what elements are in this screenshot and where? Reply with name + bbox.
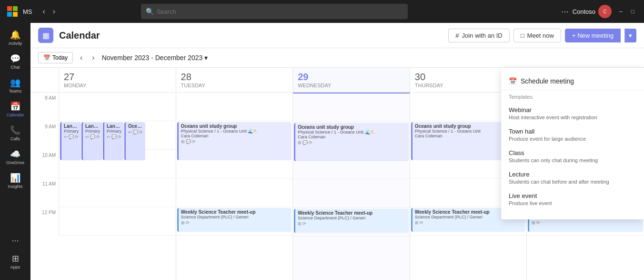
day-header-tue: 28 Tuesday [176, 68, 293, 92]
event-title: Weekly Science Teacher meet-up [298, 210, 406, 216]
wed-8am-row [293, 93, 410, 122]
event-detail: Primary [107, 129, 121, 134]
event-icons: ↩ 💬 ⟳ [107, 135, 121, 139]
mon-lang2-event[interactable]: Language Arts 🟥 Primary ↩ 💬 ⟳ [81, 122, 102, 160]
wed-11am-row [293, 179, 410, 208]
search-icon: 🔍 [146, 8, 154, 15]
sidebar-label-onedrive: OneDrive [6, 160, 24, 165]
template-class[interactable]: Class Students can only chat during meet… [509, 145, 636, 167]
video-icon: □ [521, 32, 524, 39]
next-week-btn[interactable]: › [90, 52, 97, 63]
chat-icon[interactable]: 💬 [186, 139, 191, 144]
event-detail: Physical Science / 1 - Oceans Unit 🌊⛅ [298, 130, 406, 135]
event-detail: Science Department (PLC) / Generi [298, 216, 406, 220]
wed-weekly-event[interactable]: Weekly Science Teacher meet-up Science D… [294, 209, 409, 233]
dropdown-templates-section: Templates Webinar Host interactive event… [501, 90, 644, 214]
more-icon[interactable]: ⟳ [309, 140, 312, 145]
today-btn[interactable]: 📅 Today [38, 52, 73, 63]
search-bar: 🔍 [141, 4, 408, 19]
sidebar-item-apps[interactable]: ⊞ Apps [3, 250, 28, 272]
sidebar-item-calendar[interactable]: 📅 Calendar [3, 98, 28, 120]
minimize-btn[interactable]: – [615, 6, 626, 17]
schedule-meeting-dropdown: 📅 Schedule meeting Templates Webinar Hos… [501, 68, 644, 219]
event-person: Cara Coleman [181, 134, 290, 138]
template-townhall[interactable]: Town hall Produce event for large audien… [509, 124, 636, 145]
tue-oceans-event[interactable]: Oceans unit study group Physical Science… [177, 122, 292, 160]
meet-now-btn[interactable]: □ Meet now [513, 29, 561, 42]
join-icon[interactable]: ↩ [85, 135, 89, 139]
join-icon[interactable]: ↩ [107, 135, 111, 139]
edit-icon[interactable]: ⊞ [298, 221, 302, 226]
sidebar-label-chat: Chat [10, 65, 20, 70]
sidebar-item-teams[interactable]: 👥 Teams [3, 74, 28, 96]
onedrive-icon: ☁️ [10, 149, 20, 159]
sidebar-item-more[interactable]: ··· [3, 233, 28, 249]
svg-rect-2 [7, 12, 12, 17]
edit-icon[interactable]: ⊞ [181, 220, 185, 225]
event-title: Language Arts 🟥 [107, 124, 121, 129]
more-icon[interactable]: ⟳ [118, 135, 121, 139]
more-icon[interactable]: ⟳ [96, 135, 100, 139]
calendar-app-icon: ▦ [38, 28, 53, 43]
edit-icon[interactable]: ⊞ [181, 139, 185, 144]
forward-btn[interactable]: › [50, 5, 58, 18]
calendar-area: ▦ Calendar # Join with an ID □ Meet now … [30, 23, 644, 280]
chat-icon[interactable]: 💬 [69, 135, 74, 139]
templates-label: Templates [509, 94, 636, 100]
more-icon[interactable]: ⟳ [302, 221, 306, 226]
chat-icon[interactable]: 💬 [133, 130, 138, 135]
sidebar-item-calls[interactable]: 📞 Calls [3, 122, 28, 144]
back-btn[interactable]: ‹ [40, 5, 48, 18]
wed-oceans-event[interactable]: Oceans unit study group Physical Science… [294, 123, 409, 161]
more-icon[interactable]: ⟳ [75, 135, 79, 139]
template-liveevent[interactable]: Live event Produce live event [509, 188, 636, 210]
more-icon[interactable]: ⟳ [536, 220, 540, 225]
sidebar-item-onedrive[interactable]: ☁️ OneDrive [3, 146, 28, 168]
apps-icon: ⊞ [12, 253, 19, 264]
chat-icon[interactable]: 💬 [302, 140, 308, 145]
date-range[interactable]: November 2023 - December 2023 ▾ [102, 54, 208, 62]
template-webinar[interactable]: Webinar Host interactive event with regi… [509, 103, 636, 124]
more-icon[interactable]: ⟳ [186, 220, 190, 225]
user-area[interactable]: Contoso C [573, 5, 612, 18]
calendar-icon: 📅 [10, 101, 20, 112]
edit-icon[interactable]: ⊞ [415, 220, 419, 225]
sidebar-item-chat[interactable]: 💬 Chat [3, 51, 28, 73]
event-detail: Physical Science / 1 - Oceans Unit 🌊⛅ [181, 129, 290, 134]
event-icons: ⊞ 💬 ⟳ [181, 139, 290, 144]
template-lecture[interactable]: Lecture Students can chat before and aft… [509, 167, 636, 188]
event-detail: Primary [85, 129, 100, 134]
calendar-nav: 📅 Today ‹ › November 2023 - December 202… [30, 48, 644, 68]
new-meeting-dropdown-btn[interactable]: ▾ [624, 29, 636, 42]
sidebar-item-insights[interactable]: 📊 Insights [3, 170, 28, 192]
prev-week-btn[interactable]: ‹ [78, 52, 85, 63]
mon-lang3-event[interactable]: Language Arts 🟥 Primary ↩ 💬 ⟳ [103, 122, 124, 160]
lecture-title: Lecture [509, 171, 636, 178]
edit-icon[interactable]: ⊞ [532, 220, 535, 225]
mon-12pm-row [59, 207, 176, 236]
chat-icon[interactable]: 💬 [90, 135, 95, 139]
edit-icon[interactable]: ⊞ [298, 140, 302, 145]
more-icon[interactable]: ⟳ [139, 130, 143, 135]
more-icon[interactable]: ⟳ [192, 139, 196, 144]
insights-icon: 📊 [10, 173, 20, 183]
calendar-small-icon: 📅 [43, 54, 50, 61]
more-options-btn[interactable]: ··· [562, 7, 569, 17]
mon-oceans-event[interactable]: Oceans unit Physical ↩ 💬 ⟳ [124, 122, 145, 160]
schedule-icon: 📅 [509, 77, 517, 85]
chat-icon[interactable]: 💬 [111, 135, 117, 139]
join-icon[interactable]: ↩ [128, 130, 132, 135]
mon-lang1-event[interactable]: Language Arts 🟥 Primary ↩ 💬 ⟳ [60, 122, 81, 160]
svg-rect-1 [13, 6, 18, 11]
maximize-btn[interactable]: □ [627, 6, 638, 17]
join-with-id-btn[interactable]: # Join with an ID [448, 29, 510, 42]
tue-weekly-event[interactable]: Weekly Science Teacher meet-up Science D… [177, 208, 292, 232]
event-title: Oceans unit Physical [128, 124, 143, 129]
search-input[interactable] [157, 8, 403, 15]
user-name: Contoso [573, 8, 595, 15]
sidebar-item-activity[interactable]: 🔔 Activity [3, 27, 28, 49]
join-icon[interactable]: ↩ [64, 135, 68, 139]
new-meeting-btn[interactable]: + New meeting [565, 29, 621, 42]
sidebar-label-insights: Insights [8, 184, 22, 189]
more-icon[interactable]: ⟳ [420, 220, 423, 225]
